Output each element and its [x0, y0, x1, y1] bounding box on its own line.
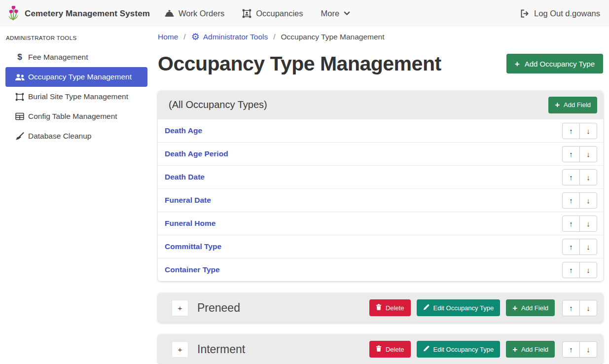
nav-more-label: More [321, 9, 340, 18]
arrow-up-icon: ↑ [569, 266, 573, 274]
main-nav: Work Orders Occupancies M [165, 9, 368, 18]
breadcrumb-admin-tools-label: Administrator Tools [203, 33, 268, 41]
sidebar-item-burial-site-type-management[interactable]: Burial Site Type Management [5, 87, 147, 107]
delete-button[interactable]: Delete [369, 341, 411, 358]
dollar-icon: $ [11, 52, 28, 62]
hard-hat-icon [165, 10, 174, 18]
add-field-button[interactable]: + Add Field [506, 341, 555, 358]
delete-button[interactable]: Delete [369, 299, 411, 316]
arrow-up-icon: ↑ [569, 196, 573, 205]
edit-occupancy-type-button[interactable]: Edit Occupancy Type [417, 299, 501, 316]
app-title: Cemetery Management System [25, 9, 150, 19]
arrow-up-icon: ↑ [569, 173, 573, 182]
arrow-up-icon: ↑ [569, 127, 573, 135]
nav-more[interactable]: More [321, 9, 351, 18]
reorder-buttons: ↑ ↓ [562, 216, 597, 232]
move-down-button[interactable]: ↓ [579, 192, 597, 209]
move-up-button[interactable]: ↑ [562, 192, 580, 209]
move-down-button[interactable]: ↓ [579, 216, 597, 232]
plus-icon: + [178, 345, 182, 354]
nav-right: Log Out d.gowans [520, 9, 600, 18]
expand-button[interactable]: + [172, 300, 188, 316]
sidebar-item-label: Config Table Management [28, 112, 117, 121]
nav-work-orders-label: Work Orders [179, 9, 224, 18]
arrow-down-icon: ↓ [586, 219, 590, 228]
sidebar-item-fee-management[interactable]: $ Fee Management [5, 47, 147, 67]
sidebar-item-label: Fee Management [28, 53, 88, 62]
field-link-death-date[interactable]: Death Date [165, 173, 205, 182]
field-row: Committal Type ↑ ↓ [158, 235, 603, 258]
add-field-button[interactable]: + Add Field [548, 97, 597, 113]
sign-out-icon [520, 9, 530, 18]
field-link-committal-type[interactable]: Committal Type [165, 242, 221, 251]
arrow-down-icon: ↓ [586, 304, 590, 312]
move-down-button[interactable]: ↓ [579, 123, 597, 139]
field-link-funeral-home[interactable]: Funeral Home [165, 219, 215, 228]
move-down-button[interactable]: ↓ [579, 146, 597, 162]
field-row: Funeral Home ↑ ↓ [158, 212, 603, 235]
field-link-container-type[interactable]: Container Type [165, 265, 220, 274]
reorder-buttons: ↑ ↓ [562, 239, 597, 255]
object-group-icon [11, 93, 28, 101]
field-row: Container Type ↑ ↓ [158, 258, 603, 281]
move-up-button[interactable]: ↑ [562, 216, 580, 232]
sidebar-item-config-table-management[interactable]: Config Table Management [5, 107, 147, 126]
move-down-button[interactable]: ↓ [579, 239, 597, 255]
move-up-button[interactable]: ↑ [562, 262, 580, 278]
nav-occupancies-label: Occupancies [256, 9, 303, 18]
edit-occupancy-type-button[interactable]: Edit Occupancy Type [417, 341, 501, 358]
broom-icon [11, 132, 28, 141]
arrow-down-icon: ↓ [586, 173, 590, 182]
section-actions: Delete Edit Occupancy Type + Add Field ↑… [369, 299, 597, 316]
breadcrumb-admin-tools[interactable]: ⚙ Administrator Tools [191, 32, 268, 41]
expand-button[interactable]: + [172, 341, 188, 358]
users-icon [11, 73, 28, 81]
add-field-button[interactable]: + Add Field [506, 299, 555, 316]
move-up-button[interactable]: ↑ [562, 146, 580, 162]
add-occupancy-type-label: Add Occupancy Type [525, 60, 595, 68]
brand-group[interactable]: Cemetery Management System [7, 5, 150, 23]
reorder-buttons: ↑ ↓ [562, 262, 597, 278]
move-down-button[interactable]: ↓ [579, 262, 597, 278]
arrow-down-icon: ↓ [586, 196, 590, 205]
add-field-label: Add Field [564, 101, 591, 109]
logout-link[interactable]: Log Out d.gowans [520, 9, 600, 18]
nav-work-orders[interactable]: Work Orders [165, 9, 224, 18]
main-content: Home / ⚙ Administrator Tools / Occupancy… [158, 27, 603, 364]
delete-label: Delete [386, 346, 404, 353]
breadcrumb-separator: / [183, 33, 185, 41]
plus-icon: + [512, 304, 517, 312]
move-down-button[interactable]: ↓ [579, 341, 597, 358]
arrow-down-icon: ↓ [586, 243, 590, 251]
arrow-up-icon: ↑ [569, 304, 573, 312]
move-up-button[interactable]: ↑ [562, 300, 580, 316]
field-link-funeral-date[interactable]: Funeral Date [165, 196, 211, 205]
move-up-button[interactable]: ↑ [562, 123, 580, 139]
title-row: Occupancy Type Management + Add Occupanc… [158, 49, 603, 78]
all-occupancy-types-card: (All Occupancy Types) + Add Field Death … [158, 91, 603, 281]
field-row: Death Age ↑ ↓ [158, 119, 603, 142]
arrow-up-icon: ↑ [569, 150, 573, 158]
sidebar-heading: ADMINISTRATOR TOOLS [0, 27, 153, 47]
move-up-button[interactable]: ↑ [562, 169, 580, 185]
move-down-button[interactable]: ↓ [579, 169, 597, 185]
sidebar-item-database-cleanup[interactable]: Database Cleanup [5, 126, 147, 146]
logout-label: Log Out d.gowans [534, 9, 600, 18]
move-down-button[interactable]: ↓ [579, 300, 597, 316]
field-link-death-age[interactable]: Death Age [165, 126, 202, 135]
breadcrumb-home[interactable]: Home [158, 33, 178, 41]
move-up-button[interactable]: ↑ [562, 341, 580, 358]
table-icon [11, 112, 28, 120]
nav-occupancies[interactable]: Occupancies [242, 9, 303, 18]
sidebar: ADMINISTRATOR TOOLS $ Fee Management Occ… [0, 27, 153, 146]
page-title: Occupancy Type Management [158, 52, 441, 75]
all-occupancy-types-title: (All Occupancy Types) [169, 99, 267, 110]
add-field-label: Add Field [521, 304, 548, 312]
sidebar-item-occupancy-type-management[interactable]: Occupancy Type Management [5, 67, 147, 87]
section-title: Interment [197, 343, 245, 356]
reorder-buttons: ↑ ↓ [562, 341, 597, 358]
field-row: Death Date ↑ ↓ [158, 165, 603, 188]
field-link-death-age-period[interactable]: Death Age Period [165, 149, 228, 158]
add-occupancy-type-button[interactable]: + Add Occupancy Type [506, 54, 603, 73]
move-up-button[interactable]: ↑ [562, 239, 580, 255]
